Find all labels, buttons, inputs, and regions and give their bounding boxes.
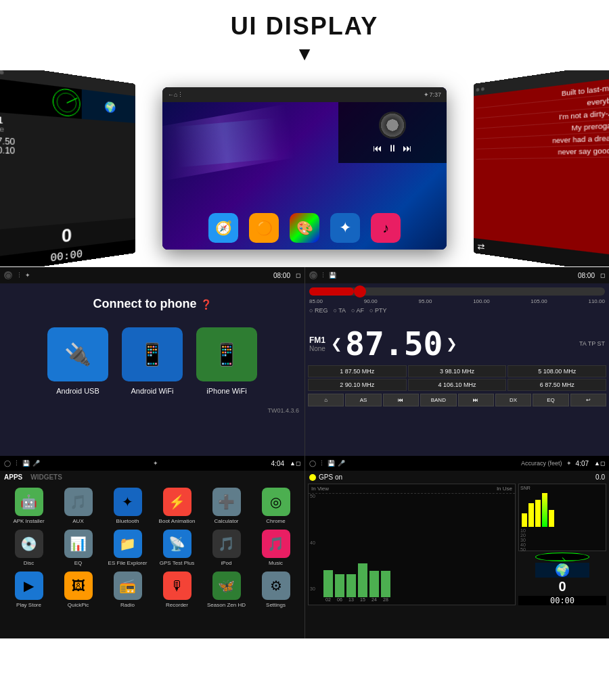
fm-preset-6[interactable]: 6 87.50 MHz: [508, 379, 606, 391]
gps-status-bar: GPS on 0.0: [305, 471, 609, 484]
fm-opt-ta: ○ TA: [333, 307, 346, 314]
app-grid: 🧭 🟠 🎨 ✦ ♪: [162, 213, 447, 243]
apps-grid: 🤖 APK Installer 🎵 AUX ✦ Bluetooth ⚡ Boot…: [0, 484, 304, 612]
play-store-label: Play Store: [16, 602, 41, 608]
page-header: UI DISPLAY ▼: [0, 0, 609, 70]
apk-installer-app[interactable]: 🤖 APK Installer: [7, 488, 51, 524]
play-store-app[interactable]: ▶ Play Store: [7, 571, 51, 608]
next-icon[interactable]: ⏭: [403, 143, 412, 154]
fm-preset-3[interactable]: 3 98.10 MHz: [408, 365, 507, 377]
fm-big-frequency: 87.50: [345, 325, 443, 363]
music-list: Built to last-meleo everybody I'm not a …: [474, 76, 609, 256]
fm-as-btn[interactable]: AS: [345, 394, 381, 406]
quickpic-label: QuickPic: [68, 602, 89, 608]
apk-installer-label: APK Installer: [13, 518, 44, 524]
android-usb-option[interactable]: 🔌 Android USB: [47, 327, 108, 395]
gallery-app-icon[interactable]: 🎨: [290, 213, 319, 243]
camera-app-icon[interactable]: 🟠: [249, 213, 279, 243]
fm-eq-btn[interactable]: EQ: [533, 394, 568, 406]
android-wifi-icon: 📱: [139, 342, 166, 367]
gps-on-text: GPS on: [319, 473, 342, 481]
world-map-display: 🌍: [535, 563, 589, 578]
disc-app[interactable]: 💿 Disc: [7, 530, 51, 566]
gps-clock-icon: ◯: [309, 460, 316, 467]
gps-test-label: GPS Test Plus: [160, 560, 194, 566]
arrow-icon: ▼: [0, 43, 609, 65]
fm-preset-2[interactable]: 2 90.10 MHz: [308, 379, 407, 391]
es-file-label: ES File Explorer: [108, 560, 148, 566]
pause-icon[interactable]: ⏸: [388, 143, 397, 154]
media-player: ⏮ ⏸ ⏭: [338, 102, 447, 163]
iphone-wifi-btn[interactable]: 📱: [196, 327, 257, 381]
disc-label: Disc: [24, 560, 35, 566]
calculator-app[interactable]: ➕ Calculator: [204, 488, 248, 524]
gps-timer: 00:00: [518, 596, 606, 605]
right-dot-1: [476, 87, 480, 91]
recorder-app[interactable]: 🎙 Recorder: [155, 571, 199, 608]
aux-icon: 🎵: [64, 488, 93, 516]
season-zen-app[interactable]: 🦋 Season Zen HD: [204, 571, 248, 608]
freq-90: 90.00: [364, 298, 378, 304]
settings-app[interactable]: ⚙ Settings: [254, 571, 298, 608]
ipod-app[interactable]: 🎵 iPod: [204, 530, 248, 566]
freq-95: 95.00: [418, 298, 432, 304]
radio-app[interactable]: 📻 Radio: [106, 571, 150, 608]
music-app-icon[interactable]: ♪: [371, 213, 401, 243]
quickpic-app[interactable]: 🖼 QuickPic: [56, 571, 100, 608]
gps-screen: ◯ ⋮ 💾 🎤 Accuracy (feet) ✦ 4:07 ▲◻ GPS on…: [304, 456, 609, 638]
gps-accuracy-label: Accuracy (feet): [521, 460, 562, 467]
aux-app[interactable]: 🎵 AUX: [56, 488, 100, 524]
bt-app-icon[interactable]: ✦: [330, 213, 360, 243]
snr-bar-4: [542, 493, 547, 527]
es-file-explorer-app[interactable]: 📁 ES File Explorer: [106, 530, 150, 566]
fm-band-btn[interactable]: BAND: [420, 394, 456, 406]
fm-dots: ⋮: [320, 272, 326, 279]
music-app[interactable]: 🎵 Music: [254, 530, 298, 566]
boot-animation-label: Boot Animation: [159, 518, 196, 524]
fm-back-btn[interactable]: ↩: [570, 394, 606, 406]
gps-test-app[interactable]: 📡 GPS Test Plus: [155, 530, 199, 566]
gps-mic-icon: 🎤: [338, 460, 345, 467]
fm-fwd-btn[interactable]: ⏭: [458, 394, 494, 406]
disc-icon: 💿: [15, 530, 43, 558]
android-wifi-btn[interactable]: 📱: [122, 327, 183, 381]
center-device: ← ⌂ ⋮ ✦ 7:37 ⏮ ⏸ ⏭: [162, 87, 447, 250]
fm-rew-btn[interactable]: ⏮: [383, 394, 419, 406]
fm-slider-thumb: [354, 285, 366, 298]
boot-animation-app[interactable]: ⚡ Boot Animation: [155, 488, 199, 524]
fm-preset-4[interactable]: 4 106.10 MHz: [408, 379, 507, 391]
bluetooth-app[interactable]: ✦ Bluetooth: [106, 488, 150, 524]
android-usb-label: Android USB: [56, 387, 99, 395]
gps-bar-3: [346, 574, 356, 597]
apps-tabs: APPS WIDGETS: [0, 471, 304, 484]
eq-icon: 📊: [64, 530, 93, 558]
connect-phone-icon: ◯: [4, 271, 12, 279]
music-icon: 🎵: [262, 530, 290, 558]
fm-opt-reg: ○ REG: [309, 307, 328, 314]
tab-apps[interactable]: APPS: [4, 473, 22, 481]
gps-top-bar: ◯ ⋮ 💾 🎤 Accuracy (feet) ✦ 4:07 ▲◻: [305, 456, 609, 471]
fm-slider-track[interactable]: [309, 287, 605, 296]
iphone-wifi-option[interactable]: 📱 iPhone WiFi: [196, 327, 257, 395]
android-wifi-option[interactable]: 📱 Android WiFi: [122, 327, 183, 395]
android-usb-btn[interactable]: 🔌: [47, 327, 108, 381]
fm-next-btn[interactable]: ❯: [446, 335, 457, 352]
fm-opt-pty: ○ PTY: [369, 307, 386, 314]
chrome-label: Chrome: [266, 518, 285, 524]
snr-bar-2: [528, 503, 534, 527]
apps-battery: ▲◻: [290, 460, 300, 467]
ipod-label: iPod: [221, 560, 231, 566]
eq-app[interactable]: 📊 EQ: [56, 530, 100, 566]
aux-label: AUX: [72, 518, 83, 524]
android-usb-icon: 🔌: [64, 342, 91, 367]
fm-home-btn[interactable]: ⌂: [308, 394, 344, 406]
fm-label-main: FM1: [309, 335, 325, 345]
fm-preset-1[interactable]: 1 87.50 MHz: [308, 365, 407, 377]
tab-widgets[interactable]: WIDGETS: [30, 473, 62, 481]
fm-prev-btn[interactable]: ❮: [331, 335, 342, 352]
fm-dx-btn[interactable]: DX: [495, 394, 531, 406]
fm-preset-5[interactable]: 5 108.00 MHz: [508, 365, 606, 377]
chrome-app[interactable]: ◎ Chrome: [254, 488, 298, 524]
nav-app-icon[interactable]: 🧭: [208, 213, 238, 243]
prev-icon[interactable]: ⏮: [373, 143, 382, 154]
